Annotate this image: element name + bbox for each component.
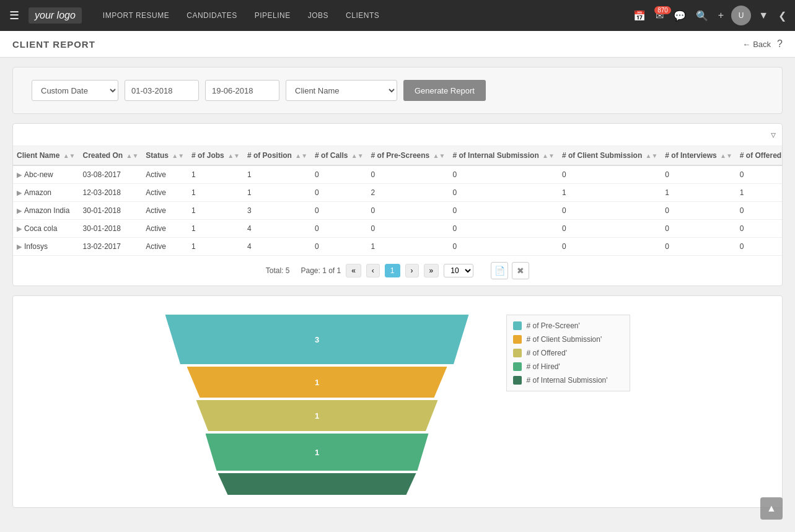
notification-badge[interactable]: ✉ 870 [653,10,666,22]
export-pdf-icon[interactable]: 📄 [491,262,508,279]
cell-client-sub: 0 [558,165,661,184]
generate-report-button[interactable]: Generate Report [403,80,486,101]
cell-created-on: 12-03-2018 [79,184,142,202]
collapse-icon[interactable]: ❮ [776,7,789,24]
cell-position: 4 [244,220,311,238]
expand-icon[interactable]: ▶ [17,225,22,232]
hamburger-icon[interactable]: ☰ [6,6,22,25]
pagination-bar: Total: 5 Page: 1 of 1 « ‹ 1 › » 10 25 50… [13,256,782,286]
table-row: ▶Abc-new 03-08-2017 Active 1 1 0 0 0 0 0… [13,165,783,184]
sort-icon: ▲▼ [295,152,307,159]
legend-label-4: # of Hired' [527,362,560,371]
table-row: ▶Infosys 13-02-2017 Active 1 4 0 1 0 0 0… [13,238,783,256]
table-row: ▶Amazon 12-03-2018 Active 1 1 0 2 0 1 1 … [13,184,783,202]
col-created-on[interactable]: Created On ▲▼ [79,146,142,165]
page-header-actions: ← Back ? [742,38,783,50]
cell-position: 3 [244,202,311,220]
add-icon[interactable]: + [716,7,726,24]
legend-label-3: # of Offered' [527,349,567,357]
sort-icon: ▲▼ [720,152,732,159]
cell-interviews: 0 [661,238,736,256]
nav-import-resume[interactable]: IMPORT RESUME [94,0,178,31]
cell-internal-sub: 0 [449,238,558,256]
pagination-next[interactable]: › [405,264,419,277]
legend-dot-internal-sub [513,376,522,385]
funnel-bar-hired: 1 [206,434,429,471]
cell-status: Active [142,184,188,202]
col-offered[interactable]: # of Offered ▲▼ [736,146,783,165]
back-label: Back [753,40,771,49]
chevron-down-icon[interactable]: ▼ [756,7,771,24]
pagination-page: Page: 1 of 1 [301,266,341,275]
table-row: ▶Amazon India 30-01-2018 Active 1 3 0 0 … [13,202,783,220]
calendar-icon[interactable]: 📅 [631,7,648,24]
cell-pre-screens: 0 [367,165,449,184]
export-excel-icon[interactable]: ✖ [512,262,529,279]
legend-dot-hired [513,362,522,371]
sort-icon: ▲▼ [542,152,555,159]
funnel-bar-offered: 1 [196,400,438,431]
report-table-section: ▿ Client Name ▲▼ Created On ▲▼ Status ▲▼… [12,123,783,286]
per-page-select[interactable]: 10 25 50 [444,264,473,277]
cell-client-name: ▶Coca cola [13,220,79,238]
cell-position: 1 [244,165,311,184]
col-internal-sub[interactable]: # of Internal Submission ▲▼ [449,146,558,165]
funnel-bar-label-2: 1 [315,378,319,387]
funnel-bar-internal-sub [218,473,416,495]
avatar[interactable]: U [731,6,751,25]
help-icon[interactable]: ? [777,38,783,50]
chat-icon[interactable]: 💬 [671,7,688,24]
expand-icon[interactable]: ▶ [17,207,22,214]
funnel-bar-client-sub: 1 [187,367,447,398]
table-header-row: Client Name ▲▼ Created On ▲▼ Status ▲▼ #… [13,146,783,165]
nav-clients[interactable]: CLIENTS [337,0,388,31]
pagination-prev[interactable]: ‹ [366,264,380,277]
cell-pre-screens: 0 [367,220,449,238]
nav-jobs[interactable]: JOBS [299,0,337,31]
nav-pipeline[interactable]: PIPELINE [246,0,299,31]
col-interviews[interactable]: # of Interviews ▲▼ [661,146,736,165]
date-to-input[interactable] [205,80,279,101]
table-filter-icon[interactable]: ▿ [771,129,776,141]
cell-status: Active [142,165,188,184]
legend-item-3: # of Offered' [513,349,623,357]
legend-dot-pre-screen [513,321,522,330]
date-from-input[interactable] [125,80,199,101]
cell-internal-sub: 0 [449,202,558,220]
col-client-sub[interactable]: # of Client Submission ▲▼ [558,146,661,165]
cell-jobs: 1 [188,165,244,184]
cell-client-sub: 0 [558,202,661,220]
cell-client-sub: 1 [558,184,661,202]
legend-item-2: # of Client Submission' [513,335,623,344]
legend-item-4: # of Hired' [513,362,623,371]
expand-icon[interactable]: ▶ [17,189,22,196]
scroll-to-top[interactable]: ▲ [760,497,783,520]
cell-client-name: ▶Infosys [13,238,79,256]
date-type-select[interactable]: Custom Date [32,80,118,101]
col-client-name[interactable]: Client Name ▲▼ [13,146,79,165]
pagination-first[interactable]: « [346,264,361,277]
cell-position: 4 [244,238,311,256]
cell-interviews: 0 [661,165,736,184]
logo: your logo [29,7,82,24]
col-jobs[interactable]: # of Jobs ▲▼ [188,146,244,165]
pagination-last[interactable]: » [424,264,439,277]
col-position[interactable]: # of Position ▲▼ [244,146,311,165]
nav-candidates[interactable]: CANDIDATES [178,0,245,31]
expand-icon[interactable]: ▶ [17,171,22,178]
search-icon[interactable]: 🔍 [693,7,711,24]
back-button[interactable]: ← Back [742,40,771,49]
col-calls[interactable]: # of Calls ▲▼ [311,146,367,165]
col-status[interactable]: Status ▲▼ [142,146,188,165]
cell-offered: 0 [736,165,783,184]
sort-icon: ▲▼ [227,152,240,159]
cell-offered: 0 [736,220,783,238]
cell-client-name: ▶Amazon India [13,202,79,220]
table-body: ▶Abc-new 03-08-2017 Active 1 1 0 0 0 0 0… [13,165,783,256]
legend-dot-offered [513,349,522,357]
col-pre-screens[interactable]: # of Pre-Screens ▲▼ [367,146,449,165]
pagination-current: 1 [385,264,400,277]
expand-icon[interactable]: ▶ [17,243,22,250]
client-name-select[interactable]: Client Name [286,80,397,101]
cell-offered: 1 [736,184,783,202]
